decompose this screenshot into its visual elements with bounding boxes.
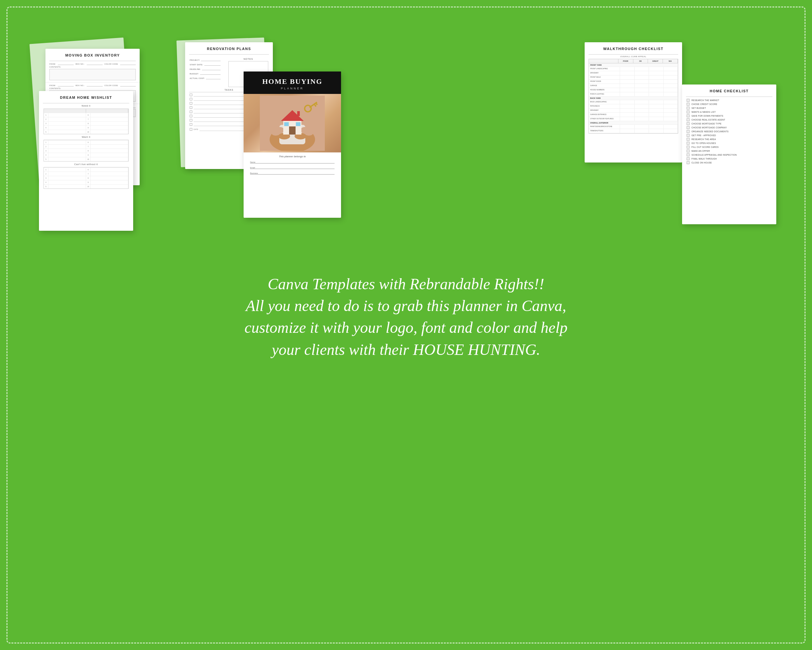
hc-check-12[interactable] [687,142,690,145]
hc-item-3: SET BUDGET [687,107,772,110]
wt-back-row-1: BACK LANDSCAPING [589,100,678,104]
hc-check-5[interactable] [687,115,690,117]
wt-front-cell-1-3[interactable] [649,67,664,71]
bottom-line-4: your clients with their HOUSE HUNTING. [49,339,763,361]
renovation-fields: PROJECT: START DATE: DEADLINE: BUDG [185,56,225,87]
reno-check-2[interactable] [190,98,192,101]
hbp-business-field: Business [250,170,334,174]
hc-text-2: CHOSE CREDIT SCORE [691,103,717,105]
dream-want-row-5: 5 10 [44,157,128,161]
reno-startdate-line [204,63,221,66]
hc-check-8[interactable] [687,126,690,129]
hc-item-13: FILL OUT SCORE CARDS [687,145,772,148]
hc-check-6[interactable] [687,118,690,121]
hc-check-13[interactable] [687,145,690,148]
hc-check-15[interactable] [687,153,690,156]
hc-item-2: CHOSE CREDIT SCORE [687,103,772,106]
hc-check-16[interactable] [687,157,690,160]
hc-check-9[interactable] [687,130,690,133]
hc-check-17[interactable] [687,161,690,164]
walkthrough-table: POOR OK GREAT N/A FRONT YARD FRONT LANDS… [589,59,678,133]
dream-cant-row-4: 4 9 [44,180,128,184]
hc-text-15: SCHEDULE APPRAISAL AND INSPECTION [691,154,737,156]
hc-item-1: RESEARCH THE MARKET [687,99,772,102]
bottom-line-3: customize it with your logo, font and co… [49,317,763,338]
wt-front-label-2: DRIVEWAY [589,71,620,75]
reno-check-8[interactable] [190,123,192,126]
hc-item-5: SAVE FOR DOWN PAYMENTS [687,115,772,117]
wt-front-label-7: PORCH LIGHTING [589,92,620,96]
wt-frontyard-header: FRONT YARD [589,63,678,67]
mbc-row-2: FROM: BOX NO.: COLOR CODE [49,84,136,86]
mbc-contents-row-2: CONTENTS: [49,87,136,89]
wt-front-cell-1-2[interactable] [635,67,649,71]
wt-front-row-2: DRIVEWAY [589,71,678,75]
wt-exterior-header: OVERALL EXTERIOR [589,121,678,125]
dream-row-3: 3 8 [44,121,128,125]
hc-item-9: ORGANIZE NEEDED DOCUMENTS [687,130,772,133]
hc-text-10: GET PRE - APPROVED [691,134,716,136]
reno-budget-label: BUDGET: [190,73,199,75]
hc-check-7[interactable] [687,122,690,125]
wt-back-label-1: BACK LANDSCAPING [589,100,620,104]
hc-check-14[interactable] [687,150,690,153]
dream-need-header [44,109,128,113]
hbp-name-label: Name [250,161,255,163]
hc-check-2[interactable] [687,103,690,106]
reno-check-3[interactable] [190,102,192,105]
reno-notes-label: NOTES [228,58,268,60]
mbc-contents-label-2: CONTENTS: [49,87,61,89]
bottom-text-area: Canva Templates with Rebrandable Rights!… [16,266,796,367]
hbp-image [244,94,341,153]
hc-check-3[interactable] [687,107,690,110]
hc-check-4[interactable] [687,110,690,113]
documents-container: MOVING BOX INVENTORY FROM: BOX NO.: COLO… [16,23,796,266]
renovation-title: RENOVATION PLANS [185,42,273,53]
hbp-name-line [257,159,334,163]
hbp-illustration [260,96,325,151]
wt-ext-row-1: PAINT/SIDING/BRICK/STONE [589,125,678,129]
mbc-contents-row: CONTENTS: [49,66,136,68]
hc-text-1: RESEARCH THE MARKET [691,99,719,101]
reno-check-6[interactable] [190,115,192,117]
reno-project-label: PROJECT: [190,59,200,61]
reno-project: PROJECT: [190,58,221,61]
mbc-contents-label: CONTENTS: [49,66,61,68]
reno-check-1[interactable] [190,93,192,96]
reno-date-check[interactable] [190,128,192,131]
hbp-name-field: Name [250,159,334,164]
hc-text-7: CHOOSE MORTGAGE TYPE [691,122,721,125]
wt-great-col: GREAT [648,59,663,63]
home-checklist-items: RESEARCH THE MARKET CHOSE CREDIT SCORE S… [682,99,776,164]
hc-text-11: RESEARCH THE AREA [691,138,716,141]
content-area: MOVING BOX INVENTORY FROM: BOX NO.: COLO… [16,16,796,634]
wt-back-label-4: GARAGE ENTRANCE [589,113,620,117]
moving-box-title: MOVING BOX INVENTORY [46,49,140,60]
hbp-email-field: Email [250,165,334,169]
svg-rect-10 [284,122,289,126]
hc-check-10[interactable] [687,134,690,137]
hbp-business-label: Business [250,172,258,174]
dream-row-4: 4 9 [44,125,128,130]
hc-item-17: CLOSE ON HOUSE [687,161,772,164]
wt-front-cell-1-4[interactable] [664,67,678,71]
wt-front-label-3: FRONT WALK [589,75,620,79]
dream-col-1 [44,109,86,113]
wt-front-cell-1-1[interactable] [620,67,635,71]
svg-rect-12 [297,111,300,116]
hc-item-6: CHOOSE REAL ESTATE AGENT [687,118,772,121]
wt-header: POOR OK GREAT N/A [589,59,678,63]
reno-check-4[interactable] [190,106,192,109]
wt-back-row-4: GARAGE ENTRANCE [589,113,678,117]
wt-front-label-1: FRONT LANDSCAPING [589,67,620,71]
reno-check-5[interactable] [190,110,192,113]
mbc-row-1: FROM: BOX NO.: COLOR CODE [49,63,136,65]
hc-check-11[interactable] [687,138,690,141]
svg-rect-11 [296,122,301,126]
hbp-email-label: Email [250,167,255,169]
renovation-divider [189,54,269,55]
hbp-main-title: HOME BUYING [247,77,338,86]
reno-budget: BUDGET: [190,72,221,75]
reno-check-7[interactable] [190,119,192,122]
hc-check-1[interactable] [687,99,690,102]
